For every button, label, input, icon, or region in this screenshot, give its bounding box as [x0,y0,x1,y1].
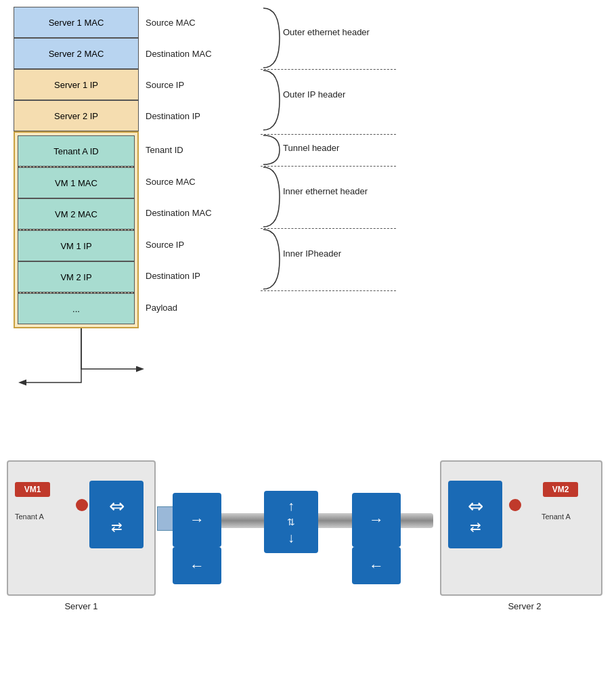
server1mac-box: Server 1 MAC [14,7,139,38]
server1-name: Server 1 [54,601,108,611]
ann-inner-eth: Inner ethernet header [283,186,368,196]
tenant-a-label1: Tenant A [15,512,44,521]
cable-switch4: → [352,493,401,547]
vm1mac-box: VM 1 MAC [18,167,135,198]
server2-box: ⇔ ⇄ VM2 Tenant A [440,460,602,596]
vswitch1: ⇔ ⇄ [89,481,144,548]
packet-diagram: Server 1 MAC Server 2 MAC Server 1 IP Se… [7,7,602,427]
vm1-label: VM1 [15,482,50,497]
tenantaid-box: Tenant A ID [18,135,135,167]
brace-tunnel [261,134,281,166]
cable-switch3: ↑ ⇅ ↓ [264,491,318,553]
inner-packet-group: Tenant A ID VM 1 MAC VM 2 MAC VM 1 IP VM… [14,131,139,328]
brace-outer-ip [261,69,281,131]
vm2-port [509,499,521,511]
vm2mac-box: VM 2 MAC [18,198,135,230]
tenant-a-label2: Tenant A [542,512,571,521]
ann-tunnel: Tunnel header [283,143,339,153]
server1-box: VM1 Tenant A ⇔ ⇄ [7,460,156,596]
brace-inner-ip [261,228,281,290]
vm1-port [76,499,88,511]
label-dest-ip-inner: Destination IP [146,260,200,291]
brace-outer-eth [261,7,281,69]
server2-name: Server 2 [498,601,552,611]
vm1ip-box: VM 1 IP [18,230,135,261]
label-dest-ip-outer: Destination IP [146,100,200,131]
cable-switch2: ← [173,547,221,584]
brace-inner-eth [261,166,281,228]
label-payload: Payload [146,292,177,323]
network-diagram: VM1 Tenant A ⇔ ⇄ Server 1 → ← ↑ ⇅ ↓ → ← [0,447,616,670]
server2ip-box: Server 2 IP [14,100,139,131]
ann-outer-ip: Outer IP header [283,89,345,100]
label-source-ip-inner: Source IP [146,229,184,260]
label-tenant-id: Tenant ID [146,134,183,165]
vswitch1-arrows: ⇔ ⇄ [109,495,125,535]
vm2ip-box: VM 2 IP [18,261,135,292]
label-source-mac-inner: Source MAC [146,166,196,197]
vm2-label: VM2 [543,482,578,497]
server2mac-box: Server 2 MAC [14,38,139,69]
payload-box: ... [18,293,135,324]
label-source-mac-outer: Source MAC [146,7,196,38]
ann-inner-ip: Inner IPheader [283,248,341,259]
server1ip-box: Server 1 IP [14,69,139,100]
cable-switch5: ← [352,547,401,584]
label-dest-mac-inner: Destination MAC [146,197,212,228]
pointer-arrow-right [74,328,162,403]
label-dest-mac-outer: Destination MAC [146,38,212,69]
vswitch2-arrows: ⇔ ⇄ [468,495,483,535]
cable-switch1: → [173,493,221,547]
ann-outer-eth: Outer ethernet header [283,27,370,37]
label-source-ip-outer: Source IP [146,69,184,100]
vswitch2: ⇔ ⇄ [448,481,502,548]
